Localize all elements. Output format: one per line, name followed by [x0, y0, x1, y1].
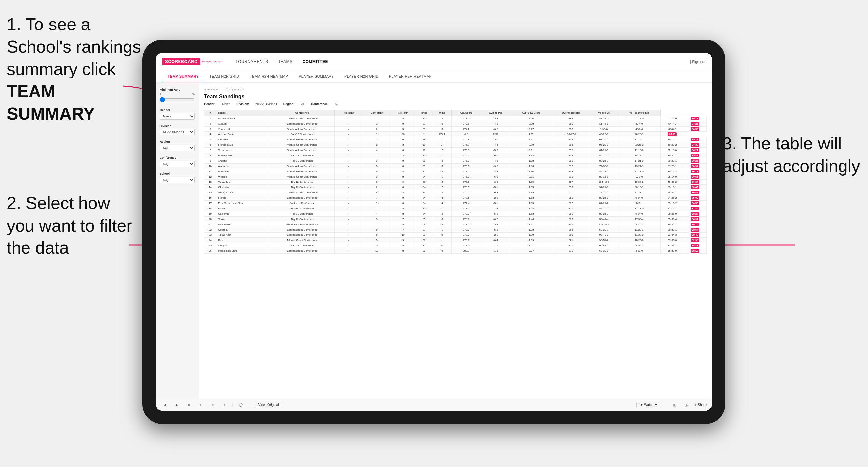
table-cell: Arizona State: [216, 132, 270, 137]
table-cell: 24: [415, 174, 433, 180]
forward-btn[interactable]: ▶: [173, 402, 181, 408]
table-cell: -5.8: [480, 227, 511, 232]
col-reg-rank: Reg Rank: [335, 110, 362, 116]
table-cell: 8: [204, 153, 216, 158]
timer-btn[interactable]: ◯: [237, 402, 246, 408]
table-cell: 268: [551, 158, 590, 164]
table-cell: 26: [392, 132, 415, 137]
table-cell: 30-15-1: [618, 185, 660, 190]
app-header: SCOREBOARD Powered by clippi TOURNAMENTS…: [156, 53, 712, 70]
table-row: 1North CarolinaAtlantic Coast Conference…: [204, 116, 707, 121]
table-row: 22GeorgiaSoutheastern Conference-8721127…: [204, 227, 707, 232]
tab-team-h2h-grid[interactable]: TEAM H2H GRID: [204, 70, 244, 83]
nav-committee[interactable]: COMMITTEE: [302, 58, 328, 65]
table-cell: 23-33-1: [660, 243, 684, 248]
table-cell: 82-25-1: [590, 206, 618, 211]
table-cell: 264: [551, 143, 590, 148]
table-cell: 12-13-0: [618, 206, 660, 211]
table-cell: 97-21-1: [590, 185, 618, 190]
toolbar-separator: |: [232, 403, 233, 407]
table-cell: Atlantic Coast Conference: [270, 116, 335, 121]
table-cell: 17-33-4: [618, 217, 660, 222]
watch-button[interactable]: 👁 Watch ▼: [636, 402, 661, 408]
table-cell: 3: [362, 217, 391, 222]
table-cell: 276.0: [452, 180, 481, 185]
table-cell: 39-20-1: [660, 153, 684, 158]
min-ranking-slider[interactable]: [160, 97, 195, 102]
tab-team-summary[interactable]: TEAM SUMMARY: [162, 70, 204, 83]
table-cell: 1.90: [511, 169, 551, 174]
table-cell: 91-6-0: [590, 126, 618, 132]
bookmark-btn[interactable]: ☆: [209, 402, 217, 408]
view-original-button[interactable]: View: Original: [255, 402, 282, 408]
table-cell: 1.28: [511, 206, 551, 211]
school-select[interactable]: (All): [160, 177, 195, 183]
table-row: 9ArizonaPac-12 Conference-39223276.3-4.6…: [204, 158, 707, 164]
logo-area: SCOREBOARD Powered by clippi: [162, 58, 222, 65]
table-cell: -4.4: [480, 143, 511, 148]
table-cell: 29-15-1: [660, 137, 684, 143]
table-cell: 17: [204, 201, 216, 206]
sign-out-button[interactable]: | Sign out: [690, 60, 705, 64]
share-toolbar-btn[interactable]: ⇧: [197, 402, 205, 408]
table-cell: 279.7: [452, 238, 481, 243]
content-area: Minimum Ro... 4 30 Gender Men's Division: [156, 83, 712, 399]
table-cell: 88-17-0: [590, 116, 618, 121]
conference-select[interactable]: (All): [160, 161, 195, 167]
table-cell: 7: [362, 195, 391, 201]
table-cell: 275.7: [452, 143, 481, 148]
table-cell: 267: [551, 201, 590, 206]
tab-team-h2h-heatmap[interactable]: TEAM H2H HEATMAP: [244, 70, 293, 83]
division-select[interactable]: NCAA Division I: [160, 129, 195, 135]
table-row: 15Georgia TechAtlantic Coast Conference-…: [204, 190, 707, 195]
table-cell: 8: [392, 201, 415, 206]
table-cell: 276.3: [452, 158, 481, 164]
table-cell: 6: [392, 137, 415, 143]
table-cell: 1.98: [511, 153, 551, 158]
table-cell: 4: [362, 148, 391, 153]
table-cell: 66-42-1: [590, 243, 618, 248]
toolbar-icon-2[interactable]: ◬: [683, 402, 690, 408]
table-row: 2AuburnSoutheastern Conference-19276273.…: [204, 121, 707, 126]
table-cell: 259: [551, 185, 590, 190]
nav-tournaments[interactable]: TOURNAMENTS: [236, 58, 268, 65]
gender-select[interactable]: Men's: [160, 113, 195, 120]
add-btn[interactable]: +: [221, 402, 228, 408]
tab-player-h2h-heatmap[interactable]: PLAYER H2H HEATMAP: [384, 70, 437, 83]
tab-player-h2h-grid[interactable]: PLAYER H2H GRID: [339, 70, 384, 83]
back-btn[interactable]: ◀: [161, 402, 169, 408]
table-cell: Southeastern Conference: [270, 121, 335, 126]
table-cell: 76: [551, 190, 590, 195]
tab-player-summary[interactable]: PLAYER SUMMARY: [293, 70, 339, 83]
table-cell: Duke: [216, 238, 270, 243]
table-cell: Southeastern Conference: [270, 126, 335, 132]
table-cell: 2: [362, 153, 391, 158]
table-cell: 30-4-0: [618, 121, 660, 126]
col-conference: Conference: [270, 110, 335, 116]
table-cell: 9-24-0: [618, 195, 660, 201]
refresh-btn[interactable]: ↻: [185, 402, 193, 408]
table-cell: -: [335, 238, 362, 243]
table-cell: -: [335, 190, 362, 195]
table-cell: Virginia: [216, 174, 270, 180]
table-cell: 8: [362, 227, 391, 232]
conference-filter-label: Conference:: [311, 102, 329, 106]
nav-teams[interactable]: TEAMS: [278, 58, 293, 65]
table-cell: Mountain West Conference: [270, 222, 335, 227]
toolbar-icon-1[interactable]: ◫: [670, 402, 679, 408]
table-cell: -: [335, 164, 362, 169]
table-row: 11ArkansasSoutheastern Conference-682222…: [204, 169, 707, 174]
table-cell: -5.2: [480, 116, 511, 121]
table-cell: 9: [392, 158, 415, 164]
table-row: 19CaliforniaPac-12 Conference-48242278.2…: [204, 211, 707, 217]
table-cell: 3: [362, 137, 391, 143]
col-vs-top25: Vs Top 25: [590, 110, 618, 116]
table-cell: 85.98: [660, 132, 684, 137]
table-cell: 95-29-2: [590, 143, 618, 148]
table-cell: 87.34: [684, 206, 707, 211]
table-cell: 8: [433, 232, 452, 238]
region-select[interactable]: N/A: [160, 145, 195, 151]
share-button[interactable]: ⇧ Share: [694, 403, 707, 407]
table-cell: 221: [551, 238, 590, 243]
table-cell: 7: [392, 227, 415, 232]
